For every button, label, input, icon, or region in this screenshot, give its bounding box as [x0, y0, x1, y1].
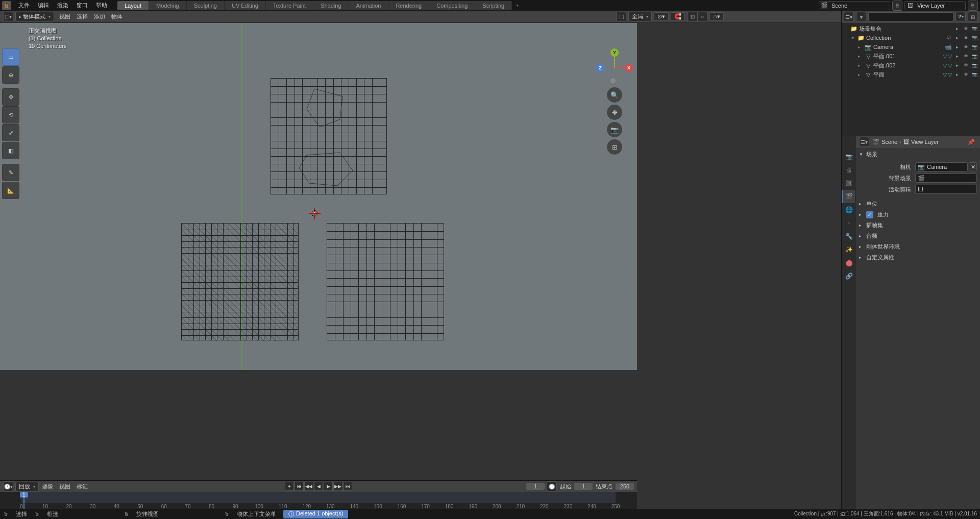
play-button[interactable]: ▶ [324, 482, 333, 491]
menu-帮助[interactable]: 帮助 [92, 0, 111, 11]
tree-item-平面.001[interactable]: ▸▽平面.001▽▽▸👁📷 [842, 52, 980, 61]
pan-button[interactable]: ✥ [607, 105, 622, 120]
mode-dropdown[interactable]: ▪物体模式 [15, 12, 54, 21]
view-menu-添加[interactable]: 添加 [91, 12, 108, 21]
workspace-tab-uv editing[interactable]: UV Editing [225, 1, 266, 10]
mesh-plane-left[interactable] [181, 223, 299, 340]
tab-object[interactable]: ▫ [842, 216, 855, 230]
tab-constraints[interactable]: 🔗 [842, 269, 855, 283]
panel-插帧集[interactable]: ▸插帧集 [859, 220, 977, 231]
proportional-edit[interactable]: ○ [697, 12, 707, 22]
outliner-search-input[interactable] [868, 12, 953, 21]
tab-output[interactable]: 🖨 [842, 163, 855, 177]
workspace-tab-sculpting[interactable]: Sculpting [187, 1, 225, 10]
tool-cursor[interactable]: ⊕ [2, 66, 19, 84]
tab-physics[interactable]: ⬤ [842, 256, 855, 269]
view-menu-视图[interactable]: 视图 [56, 12, 74, 21]
pivot-dropdown[interactable]: ⊙▾ [654, 12, 669, 21]
render-icon[interactable]: 📷 [971, 35, 978, 40]
hide-icon[interactable]: 👁 [963, 35, 969, 40]
menu-文件[interactable]: 文件 [14, 0, 34, 11]
render-icon[interactable]: 📷 [971, 54, 978, 59]
panel-scene-header[interactable]: ▼场景 [859, 149, 977, 160]
jump-start-button[interactable]: ⏮ [295, 482, 304, 491]
perspective-toggle[interactable]: ⊞ [607, 139, 622, 155]
mesh-plane-right[interactable] [327, 223, 444, 340]
panel-刚体世界环境[interactable]: ▸刚体世界环境 [859, 241, 977, 252]
disable-icon[interactable]: ▸ [954, 54, 961, 59]
timeline-playhead[interactable] [23, 492, 24, 509]
render-icon[interactable]: 📷 [971, 72, 978, 77]
camera-data-icon[interactable]: 📹 [945, 44, 952, 51]
view-menu-物体[interactable]: 物体 [108, 12, 126, 21]
blender-logo-icon[interactable]: b [2, 1, 11, 10]
disable-icon[interactable]: ▸ [954, 26, 961, 31]
workspace-tab-scripting[interactable]: Scripting [475, 1, 512, 10]
workspace-tab-rendering[interactable]: Rendering [388, 1, 429, 10]
tool-measure[interactable]: 📐 [2, 182, 19, 199]
axis-y-icon[interactable]: Y [610, 48, 619, 57]
tree-item-Camera[interactable]: ▸📷Camera📹▸👁📷 [842, 42, 980, 52]
hide-icon[interactable]: 👁 [963, 54, 969, 59]
new-scene-button[interactable]: ⎘ [892, 1, 902, 11]
camera-view-button[interactable]: 📷 [607, 122, 622, 137]
mesh-data-icon[interactable]: ▽ [943, 53, 947, 60]
tab-viewlayer[interactable]: 🖼 [842, 177, 855, 190]
disable-icon[interactable]: ▸ [954, 44, 961, 50]
tool-move[interactable]: ✥ [2, 88, 19, 106]
prev-key-button[interactable]: ◀◀ [304, 482, 313, 491]
tab-modifier[interactable]: 🔧 [842, 230, 855, 243]
mesh-data-icon[interactable]: ▽ [943, 71, 947, 78]
mesh-plane-top[interactable] [271, 78, 387, 194]
viewlayer-selector[interactable]: 🖼 View Layer [904, 1, 966, 10]
add-workspace-button[interactable]: + [512, 1, 523, 10]
tool-transform[interactable]: ◧ [2, 142, 19, 159]
mesh-data-icon[interactable]: ▽ [943, 62, 947, 69]
props-editor-button[interactable]: ☰▾ [859, 137, 869, 147]
workspace-tab-animation[interactable]: Animation [349, 1, 389, 10]
orientation-dropdown[interactable]: 全局 [628, 12, 652, 21]
axis-z-icon[interactable]: Z [596, 64, 604, 72]
material-icon[interactable]: ▽ [948, 53, 952, 60]
scene-selector[interactable]: 🎬 Scene [819, 1, 890, 10]
axis-x-icon[interactable]: X [625, 64, 633, 72]
status-report[interactable]: ⓘDeleted 1 object(s) [283, 510, 348, 518]
workspace-tab-compositing[interactable]: Compositing [429, 1, 475, 10]
disable-icon[interactable]: ▸ [954, 35, 961, 40]
navigation-gizmo[interactable]: Y X Z 🔍 ✥ 📷 ⊞ [594, 48, 635, 135]
tool-select-box[interactable]: ▭ [2, 48, 19, 66]
menu-窗口[interactable]: 窗口 [72, 0, 92, 11]
autokey-button[interactable]: ● [285, 482, 294, 491]
timeline-menu-摁像[interactable]: 摁像 [39, 482, 56, 491]
tool-rotate[interactable]: ⟲ [2, 106, 19, 123]
snap-toggle[interactable]: 🧲 [671, 12, 685, 21]
tab-render[interactable]: 📷 [842, 150, 855, 163]
new-viewlayer-button[interactable]: ⎘ [968, 1, 978, 11]
panel-音频[interactable]: ▸音频 [859, 231, 977, 241]
pin-button[interactable]: 📌 [966, 137, 977, 146]
tree-item-场景集合[interactable]: 📁场景集合▸👁📷 [842, 24, 980, 33]
proportional-falloff[interactable]: ∩▾ [709, 12, 724, 21]
disable-icon[interactable]: ▸ [954, 63, 961, 68]
tab-world[interactable]: 🌐 [842, 203, 855, 216]
jump-end-button[interactable]: ⏭ [343, 482, 352, 491]
current-frame-field[interactable]: 1 [526, 483, 545, 490]
start-frame-field[interactable]: 1 [574, 483, 593, 490]
editor-type-button[interactable]: ⬚▾ [3, 12, 13, 22]
tab-particles[interactable]: ✨ [842, 243, 855, 256]
workspace-tab-texture paint[interactable]: Texture Paint [266, 1, 313, 10]
render-icon[interactable]: 📷 [971, 26, 978, 31]
material-icon[interactable]: ▽ [948, 71, 952, 78]
tree-item-平面.002[interactable]: ▸▽平面.002▽▽▸👁📷 [842, 61, 980, 70]
timeline-editor-button[interactable]: 🕐▾ [3, 481, 13, 491]
tool-annotate[interactable]: ✎ [2, 164, 19, 181]
material-icon[interactable]: ▽ [948, 62, 952, 69]
view-menu-选择[interactable]: 选择 [74, 12, 91, 21]
axis-neg-icon[interactable] [610, 78, 616, 83]
panel-单位[interactable]: ▸单位 [859, 199, 977, 209]
checkbox-icon[interactable]: ☑ [945, 35, 952, 40]
clip-field[interactable]: 🎞 [915, 185, 977, 194]
render-icon[interactable]: 📷 [971, 63, 978, 68]
preview-range-button[interactable]: 🕐 [547, 481, 557, 491]
outliner-filter-button[interactable]: ⧩▾ [955, 12, 966, 22]
